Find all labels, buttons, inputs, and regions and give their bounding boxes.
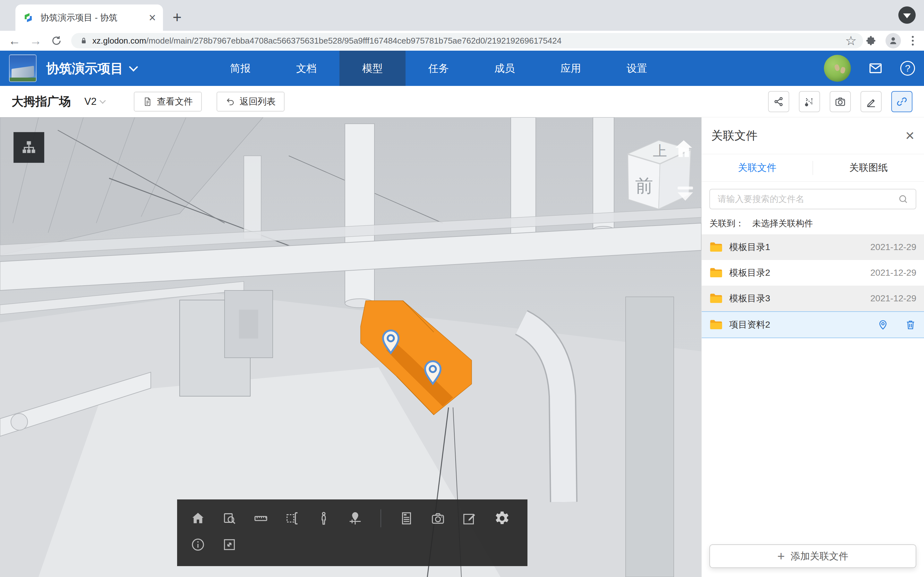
zoom-window-icon[interactable] <box>222 511 237 526</box>
nav-tab-4[interactable]: 任务 <box>405 51 472 86</box>
nav-tab-6[interactable]: 应用 <box>538 51 604 86</box>
cube-top-label: 上 <box>653 143 667 159</box>
close-icon[interactable]: × <box>905 128 914 143</box>
nav-tab-3[interactable]: 模型 <box>339 51 405 86</box>
model-action-buttons <box>768 91 913 112</box>
triangle-down-icon <box>903 13 911 18</box>
nav-tab-2[interactable]: 文档 <box>273 51 339 86</box>
chevron-down-icon[interactable] <box>99 97 106 104</box>
url-text: xz.glodon.com/model/main/278b7967ebba470… <box>92 36 561 46</box>
markup-button[interactable] <box>861 91 882 112</box>
screen: 协筑演示项目 - 协筑 × + ← → xz.glodon.com/model/… <box>0 0 924 577</box>
model-name: 大拇指广场 <box>11 93 71 110</box>
project-logo[interactable] <box>9 55 37 82</box>
version-selector[interactable]: V2 <box>84 96 97 107</box>
measure-icon[interactable] <box>254 511 268 526</box>
dock-row-2 <box>177 537 527 566</box>
folder-icon <box>709 293 723 304</box>
browser-url-bar: ← → xz.glodon.com/model/main/278b7967ebb… <box>0 31 924 51</box>
file-date: 2021-12-29 <box>871 293 916 303</box>
link-icon <box>896 96 908 107</box>
document-icon <box>143 97 152 106</box>
panel-title: 关联文件 <box>711 128 758 143</box>
file-search-box[interactable] <box>709 189 916 210</box>
new-tab-button[interactable]: + <box>173 10 182 25</box>
share-button[interactable] <box>768 91 789 112</box>
viewpoint-pin-icon[interactable] <box>348 511 363 526</box>
back-to-list-button[interactable]: 返回列表 <box>216 92 284 111</box>
nav-tab-1[interactable]: 简报 <box>207 51 273 86</box>
forward-icon[interactable]: → <box>29 35 42 47</box>
mail-icon[interactable] <box>868 61 883 76</box>
nav-tab-7[interactable]: 设置 <box>604 51 670 86</box>
file-row[interactable]: 项目资料2 <box>702 311 924 338</box>
tab-close-icon[interactable]: × <box>149 11 156 24</box>
share-icon <box>773 96 784 107</box>
section-icon[interactable] <box>285 511 300 526</box>
dock-divider <box>381 509 381 527</box>
component-list-icon[interactable] <box>399 511 414 526</box>
fullscreen-icon[interactable] <box>222 537 237 552</box>
header-right: ? <box>824 55 915 82</box>
linked-to-label: 关联到： <box>709 219 744 228</box>
xiezhu-favicon-icon <box>23 12 34 23</box>
delete-icon[interactable] <box>905 319 916 330</box>
plus-icon: + <box>777 550 785 562</box>
file-search-input[interactable] <box>717 194 898 205</box>
settings-gear-icon[interactable] <box>493 510 511 527</box>
tab-search-button[interactable] <box>898 6 916 24</box>
nav-tab-5[interactable]: 成员 <box>472 51 538 86</box>
chevron-down-icon[interactable] <box>129 63 138 71</box>
info-icon[interactable] <box>191 537 205 552</box>
cube-collapse-icon[interactable] <box>676 186 695 203</box>
walkthrough-icon[interactable] <box>317 511 331 526</box>
tab-linked-files[interactable]: 关联文件 <box>702 161 813 174</box>
linked-to-status: 关联到：未选择关联构件 <box>709 218 916 229</box>
home-icon[interactable] <box>191 511 205 526</box>
snapshot-button[interactable] <box>830 91 851 112</box>
tab-linked-drawings[interactable]: 关联图纸 <box>813 161 924 174</box>
back-icon[interactable]: ← <box>8 35 21 47</box>
file-date: 2021-12-29 <box>871 242 916 252</box>
file-name: 模板目录2 <box>729 267 771 279</box>
file-name: 模板目录3 <box>729 292 771 305</box>
folder-icon <box>709 267 723 279</box>
file-row[interactable]: 模板目录3 2021-12-29 <box>702 285 924 311</box>
reload-icon[interactable] <box>51 35 62 47</box>
roam-path-icon <box>804 96 815 107</box>
user-avatar[interactable] <box>824 55 851 82</box>
model-tree-button[interactable] <box>13 132 44 163</box>
file-row[interactable]: 模板目录1 2021-12-29 <box>702 234 924 260</box>
browser-profile-avatar[interactable] <box>885 33 901 48</box>
help-icon[interactable]: ? <box>900 61 915 76</box>
project-title[interactable]: 协筑演示项目 <box>46 60 123 77</box>
search-icon[interactable] <box>898 193 909 205</box>
model-viewport[interactable]: 上 前 <box>0 117 701 577</box>
add-linked-file-button[interactable]: + 添加关联文件 <box>709 544 916 568</box>
browser-tab-strip: 协筑演示项目 - 协筑 × + <box>0 0 924 31</box>
browser-tab[interactable]: 协筑演示项目 - 协筑 × <box>15 5 163 31</box>
file-name: 项目资料2 <box>729 319 771 331</box>
view-file-button[interactable]: 查看文件 <box>134 92 202 111</box>
snapshot-icon[interactable] <box>431 511 445 526</box>
extensions-puzzle-icon[interactable] <box>866 35 877 46</box>
panel-header: 关联文件 × <box>702 117 924 154</box>
file-row[interactable]: 模板目录2 2021-12-29 <box>702 260 924 285</box>
link-file-button[interactable] <box>891 91 913 112</box>
bookmark-star-icon[interactable]: ☆ <box>845 33 857 48</box>
url-field[interactable]: xz.glodon.com/model/main/278b7967ebba470… <box>71 33 863 48</box>
camera-icon <box>835 96 846 107</box>
file-date: 2021-12-29 <box>871 268 916 278</box>
app-header: 协筑演示项目 简报文档模型任务成员应用设置 ? <box>0 51 924 86</box>
tab-title: 协筑演示项目 - 协筑 <box>40 12 149 23</box>
browser-menu-icon[interactable] <box>910 36 916 45</box>
file-list: 模板目录1 2021-12-29 模板目录2 2021-12-29 模板目录3 … <box>702 234 924 338</box>
view-home-icon[interactable] <box>673 139 694 160</box>
pen-icon <box>865 96 877 107</box>
viewer-dock <box>177 500 527 566</box>
roam-path-button[interactable] <box>799 91 820 112</box>
markup-icon[interactable] <box>462 511 477 526</box>
dock-row-1 <box>177 500 527 537</box>
locate-pin-icon[interactable] <box>877 319 889 330</box>
file-name: 模板目录1 <box>729 241 771 253</box>
